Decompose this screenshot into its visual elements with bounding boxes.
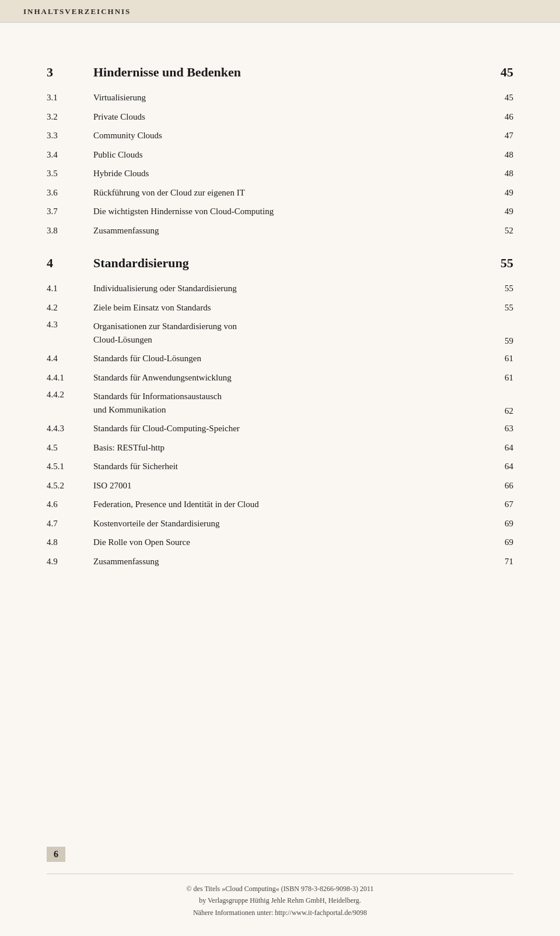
toc-page: 71 (484, 557, 513, 567)
toc-title: Hindernisse und Bedenken (93, 62, 484, 82)
toc-entry-chapter-3: 3 Hindernisse und Bedenken 45 (47, 62, 513, 82)
toc-entry-4-4-3: 4.4.3 Standards für Cloud-Computing-Spei… (47, 422, 513, 435)
toc-number: 3.7 (47, 207, 93, 216)
toc-title: Standards für Cloud-Computing-Speicher (93, 422, 484, 435)
toc-number: 4.9 (47, 557, 93, 567)
toc-entry-3-2: 3.2 Private Clouds 46 (47, 110, 513, 124)
toc-number: 3.1 (47, 93, 93, 103)
toc-page: 64 (484, 462, 513, 472)
toc-number: 3.4 (47, 150, 93, 160)
toc-page: 45 (484, 93, 513, 103)
toc-entry-4-5-1: 4.5.1 Standards für Sicherheit 64 (47, 460, 513, 473)
toc-number: 3.6 (47, 188, 93, 198)
toc-title: ISO 27001 (93, 479, 484, 493)
toc-number: 3.5 (47, 169, 93, 179)
toc-title: Rückführung von der Cloud zur eigenen IT (93, 186, 484, 200)
toc-number: 4.6 (47, 500, 93, 509)
toc-page: 45 (484, 65, 513, 80)
toc-number: 4.4.1 (47, 373, 93, 383)
toc-number: 4.4.3 (47, 424, 93, 434)
toc-entry-4-9: 4.9 Zusammenfassung 71 (47, 555, 513, 568)
toc-title: Die Rolle von Open Source (93, 536, 484, 549)
toc-page: 63 (484, 424, 513, 434)
toc-number: 3 (47, 65, 93, 80)
toc-number: 4.5.1 (47, 462, 93, 472)
toc-number: 4.3 (47, 320, 93, 330)
toc-title: Individualisierung oder Standardisierung (93, 282, 484, 295)
toc-number: 4.5.2 (47, 481, 93, 491)
toc-page: 69 (484, 519, 513, 529)
toc-title: Standards für Anwendungsentwicklung (93, 371, 484, 385)
toc-page: 64 (484, 443, 513, 453)
toc-page: 48 (484, 169, 513, 179)
toc-page: 62 (484, 406, 513, 416)
toc-title: Kostenvorteile der Standardisierung (93, 517, 484, 530)
toc-entry-4-4: 4.4 Standards für Cloud-Lösungen 61 (47, 352, 513, 365)
toc-number: 3.2 (47, 112, 93, 122)
toc-entry-3-1: 3.1 Virtualisierung 45 (47, 91, 513, 104)
toc-page: 49 (484, 188, 513, 198)
toc-number: 4.5 (47, 443, 93, 453)
toc-title: Standards für Informationsaustauschund K… (93, 390, 484, 416)
toc-entry-chapter-4: 4 Standardisierung 55 (47, 253, 513, 273)
toc-page: 55 (484, 284, 513, 294)
toc-number: 4.1 (47, 284, 93, 294)
toc-number: 4 (47, 256, 93, 271)
toc-content: 3 Hindernisse und Bedenken 45 3.1 Virtua… (0, 23, 560, 597)
toc-entry-3-4: 3.4 Public Clouds 48 (47, 148, 513, 162)
toc-entry-4-5-2: 4.5.2 ISO 27001 66 (47, 479, 513, 493)
toc-page: 61 (484, 373, 513, 383)
toc-entry-3-6: 3.6 Rückführung von der Cloud zur eigene… (47, 186, 513, 200)
toc-number: 3.3 (47, 131, 93, 141)
page: Inhaltsverzeichnis 3 Hindernisse und Bed… (0, 0, 560, 936)
toc-page: 59 (484, 336, 513, 346)
toc-page: 46 (484, 112, 513, 122)
toc-entry-3-8: 3.8 Zusammenfassung 52 (47, 224, 513, 238)
footer-line3: Nähere Informationen unter: http://www.i… (193, 909, 367, 917)
toc-entry-4-2: 4.2 Ziele beim Einsatz von Standards 55 (47, 301, 513, 315)
toc-number: 4.7 (47, 519, 93, 529)
toc-entry-4-4-1: 4.4.1 Standards für Anwendungsentwicklun… (47, 371, 513, 385)
footer-line2: by Verlagsgruppe Hüthig Jehle Rehm GmbH,… (199, 896, 361, 904)
toc-number: 4.2 (47, 303, 93, 313)
toc-title: Zusammenfassung (93, 555, 484, 568)
toc-entry-4-6: 4.6 Federation, Presence und Identität i… (47, 498, 513, 511)
toc-page: 69 (484, 537, 513, 547)
toc-entry-3-5: 3.5 Hybride Clouds 48 (47, 167, 513, 180)
toc-title: Organisationen zur Standardisierung vonC… (93, 320, 484, 346)
toc-entry-4-4-2: 4.4.2 Standards für Informationsaustausc… (47, 390, 513, 416)
toc-title: Virtualisierung (93, 91, 484, 104)
toc-number: 3.8 (47, 226, 93, 236)
toc-entry-3-7: 3.7 Die wichtigsten Hindernisse von Clou… (47, 205, 513, 218)
toc-entry-4-8: 4.8 Die Rolle von Open Source 69 (47, 536, 513, 549)
toc-number: 4.4 (47, 354, 93, 364)
toc-title: Standards für Sicherheit (93, 460, 484, 473)
toc-title: Public Clouds (93, 148, 484, 162)
toc-page: 55 (484, 303, 513, 313)
toc-number: 4.8 (47, 537, 93, 547)
toc-title: Community Clouds (93, 129, 484, 142)
toc-title: Ziele beim Einsatz von Standards (93, 301, 484, 315)
toc-page: 48 (484, 150, 513, 160)
header: Inhaltsverzeichnis (0, 0, 560, 23)
toc-title: Private Clouds (93, 110, 484, 124)
toc-entry-4-1: 4.1 Individualisierung oder Standardisie… (47, 282, 513, 295)
footer-text: © des Titels »Cloud Computing« (ISBN 978… (47, 874, 513, 918)
toc-title: Standardisierung (93, 253, 484, 273)
toc-title: Zusammenfassung (93, 224, 484, 238)
toc-title: Standards für Cloud-Lösungen (93, 352, 484, 365)
page-number: 6 (47, 847, 65, 862)
toc-page: 66 (484, 481, 513, 491)
toc-title: Federation, Presence und Identität in de… (93, 498, 484, 511)
toc-page: 55 (484, 256, 513, 271)
toc-entry-4-7: 4.7 Kostenvorteile der Standardisierung … (47, 517, 513, 530)
toc-entry-3-3: 3.3 Community Clouds 47 (47, 129, 513, 142)
toc-page: 67 (484, 500, 513, 509)
toc-title: Die wichtigsten Hindernisse von Cloud-Co… (93, 205, 484, 218)
toc-entry-4-3: 4.3 Organisationen zur Standardisierung … (47, 320, 513, 346)
toc-number: 4.4.2 (47, 390, 93, 400)
toc-page: 49 (484, 207, 513, 216)
toc-title: Hybride Clouds (93, 167, 484, 180)
toc-page: 61 (484, 354, 513, 364)
toc-entry-4-5: 4.5 Basis: RESTful-http 64 (47, 441, 513, 455)
